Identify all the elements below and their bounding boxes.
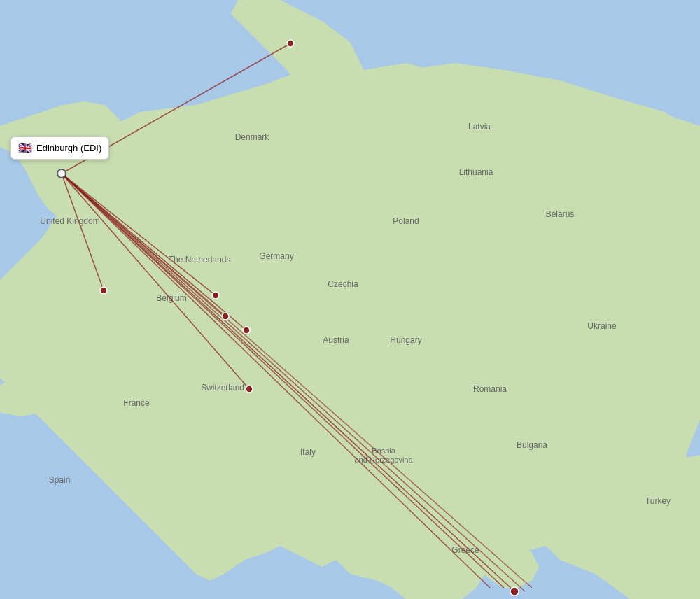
bulgaria-label: Bulgaria xyxy=(517,440,547,450)
spain-label: Spain xyxy=(49,475,71,485)
dot-athens xyxy=(510,587,519,596)
dot-norway xyxy=(287,40,294,47)
dot-geneva xyxy=(246,386,253,393)
turkey-label: Turkey xyxy=(645,496,671,506)
dot-frankfurt xyxy=(243,327,250,334)
edinburgh-text: Edinburgh (EDI) xyxy=(36,143,102,153)
edinburgh-label: 🇬🇧 Edinburgh (EDI) xyxy=(10,136,109,160)
dot-edinburgh xyxy=(57,169,66,178)
dot-amsterdam xyxy=(212,292,219,299)
uk-flag-icon: 🇬🇧 xyxy=(18,141,32,155)
italy-label: Italy xyxy=(300,447,316,457)
netherlands-label: The Netherlands xyxy=(169,255,231,265)
france-label: France xyxy=(123,398,150,408)
denmark-label: Denmark xyxy=(235,132,270,142)
map-svg: Latvia Lithuania Belarus Ukraine Poland … xyxy=(0,0,700,599)
romania-label: Romania xyxy=(473,384,507,394)
lithuania-label: Lithuania xyxy=(459,167,493,177)
switzerland-label: Switzerland xyxy=(201,383,244,393)
latvia-label: Latvia xyxy=(468,122,491,132)
map-container: Latvia Lithuania Belarus Ukraine Poland … xyxy=(0,0,700,599)
dot-brussels xyxy=(222,313,229,320)
ukraine-label: Ukraine xyxy=(587,321,617,331)
austria-label: Austria xyxy=(323,335,349,345)
bosnia-label: Bosnia xyxy=(372,446,396,455)
poland-label: Poland xyxy=(393,216,419,226)
czechia-label: Czechia xyxy=(328,279,358,289)
uk-label: United Kingdom xyxy=(40,216,99,226)
belarus-label: Belarus xyxy=(546,209,575,219)
hungary-label: Hungary xyxy=(390,335,421,345)
belgium-label: Belgium xyxy=(156,293,186,303)
germany-label: Germany xyxy=(259,251,293,261)
dot-manchester xyxy=(100,287,107,294)
